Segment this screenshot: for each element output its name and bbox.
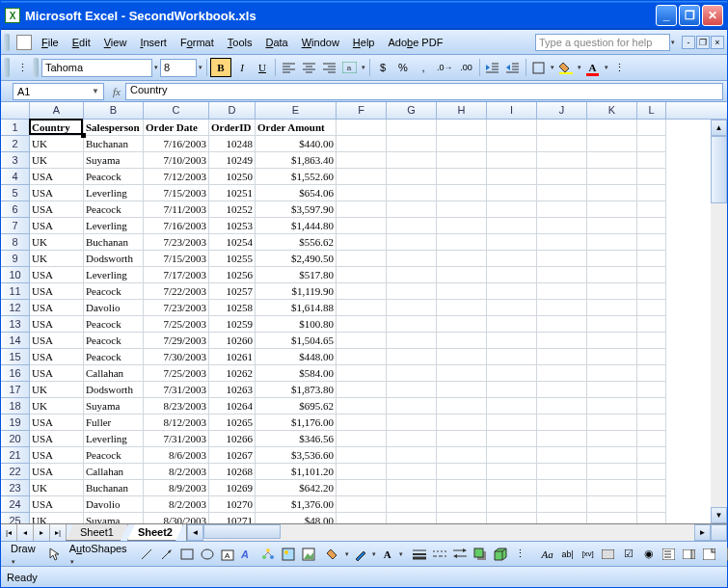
row-header[interactable]: 19: [1, 414, 30, 431]
cell[interactable]: [587, 480, 637, 496]
toolbar-handle[interactable]: [4, 34, 10, 51]
row-header[interactable]: 5: [1, 185, 30, 201]
cell[interactable]: [487, 152, 537, 169]
cell[interactable]: 8/9/2003: [144, 480, 209, 496]
mdi-restore-button[interactable]: ❐: [696, 36, 710, 49]
cell[interactable]: [487, 201, 537, 218]
cell[interactable]: [437, 349, 487, 365]
chevron-down-icon[interactable]: ▾: [153, 64, 159, 71]
cell[interactable]: [437, 480, 487, 496]
cell[interactable]: [537, 431, 587, 447]
line-color-icon[interactable]: [351, 545, 370, 564]
menu-help[interactable]: Help: [346, 34, 382, 51]
mdi-minimize-button[interactable]: -: [682, 36, 695, 49]
cell[interactable]: [587, 185, 637, 201]
cell[interactable]: [637, 251, 666, 267]
cell[interactable]: [537, 447, 587, 464]
cell[interactable]: Dodsworth: [84, 251, 144, 267]
cell[interactable]: [537, 169, 587, 185]
font-name-select[interactable]: [41, 59, 152, 77]
vertical-scrollbar[interactable]: ▲ ▼: [711, 120, 727, 523]
cell[interactable]: UK: [30, 398, 84, 414]
cell[interactable]: [637, 382, 666, 398]
cell[interactable]: [587, 398, 637, 414]
comma-button[interactable]: ,: [414, 58, 433, 77]
cell[interactable]: [537, 496, 587, 513]
cell[interactable]: [637, 333, 666, 349]
cell[interactable]: [537, 333, 587, 349]
cell[interactable]: [437, 251, 487, 267]
currency-button[interactable]: $: [373, 58, 392, 77]
cell[interactable]: USA: [30, 316, 84, 333]
scroll-thumb[interactable]: [203, 524, 281, 539]
column-header[interactable]: E: [256, 102, 337, 119]
column-header[interactable]: D: [209, 102, 256, 119]
cell[interactable]: [437, 398, 487, 414]
cell[interactable]: Buchanan: [84, 136, 144, 152]
cell[interactable]: [637, 365, 666, 382]
row-header[interactable]: 11: [1, 283, 30, 300]
cell[interactable]: $100.80: [256, 316, 337, 333]
scroll-up-button[interactable]: ▲: [711, 120, 727, 136]
chevron-down-icon[interactable]: ▾: [361, 64, 366, 71]
cell[interactable]: [487, 398, 537, 414]
cell[interactable]: [537, 316, 587, 333]
row-header[interactable]: 18: [1, 398, 30, 414]
cell[interactable]: [387, 251, 437, 267]
cell[interactable]: [587, 414, 637, 431]
cell[interactable]: [537, 300, 587, 316]
cell[interactable]: [387, 169, 437, 185]
cell[interactable]: UK: [30, 136, 84, 152]
cell[interactable]: [437, 316, 487, 333]
cell[interactable]: [637, 120, 666, 136]
cell[interactable]: [337, 234, 387, 251]
column-header[interactable]: A: [30, 102, 84, 119]
cell[interactable]: [637, 152, 666, 169]
cell[interactable]: Leverling: [84, 185, 144, 201]
decrease-indent-button[interactable]: [483, 58, 502, 77]
cell[interactable]: 8/2/2003: [144, 464, 209, 480]
cell[interactable]: [487, 496, 537, 513]
cell[interactable]: 10260: [209, 333, 256, 349]
cell[interactable]: UK: [30, 234, 84, 251]
cell[interactable]: [487, 349, 537, 365]
cell[interactable]: [337, 349, 387, 365]
cell[interactable]: $1,176.00: [256, 414, 337, 431]
fill-handle[interactable]: [81, 133, 86, 138]
cell[interactable]: Fuller: [84, 414, 144, 431]
cell[interactable]: 10257: [209, 283, 256, 300]
cell[interactable]: [637, 414, 666, 431]
cell[interactable]: Suyama: [84, 152, 144, 169]
cell[interactable]: [437, 365, 487, 382]
cell[interactable]: UK: [30, 152, 84, 169]
cell[interactable]: [487, 136, 537, 152]
cell[interactable]: [437, 234, 487, 251]
cell[interactable]: 10252: [209, 201, 256, 218]
cell[interactable]: [487, 267, 537, 283]
font-color-button[interactable]: A: [583, 58, 603, 77]
row-header[interactable]: 9: [1, 251, 30, 267]
column-header[interactable]: B: [84, 102, 144, 119]
cell[interactable]: 7/30/2003: [144, 349, 209, 365]
cell[interactable]: [587, 431, 637, 447]
minimize-button[interactable]: _: [656, 5, 677, 26]
cell[interactable]: Peacock: [84, 283, 144, 300]
cell[interactable]: [587, 218, 637, 234]
cell[interactable]: $517.80: [256, 267, 337, 283]
menu-tools[interactable]: Tools: [221, 34, 259, 51]
percent-button[interactable]: %: [393, 58, 413, 77]
cell[interactable]: [537, 349, 587, 365]
cell[interactable]: [337, 152, 387, 169]
cell[interactable]: 10271: [209, 513, 256, 523]
cell[interactable]: USA: [30, 496, 84, 513]
cell[interactable]: [437, 152, 487, 169]
cell[interactable]: [537, 382, 587, 398]
cell[interactable]: [587, 120, 637, 136]
cell[interactable]: Buchanan: [84, 234, 144, 251]
cell[interactable]: [487, 480, 537, 496]
menu-adobe[interactable]: Adobe PDF: [381, 34, 449, 51]
cell[interactable]: 7/15/2003: [144, 185, 209, 201]
cell[interactable]: [437, 283, 487, 300]
cell[interactable]: [537, 136, 587, 152]
cell[interactable]: 7/15/2003: [144, 251, 209, 267]
